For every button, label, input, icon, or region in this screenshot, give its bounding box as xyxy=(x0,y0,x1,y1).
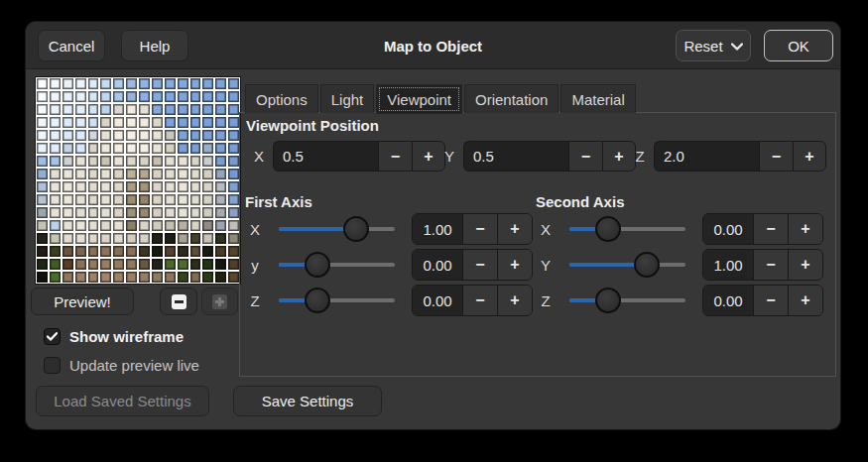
spinner-minus-button[interactable]: − xyxy=(568,141,602,172)
preview-tile xyxy=(36,142,49,155)
spinner-entry-y[interactable]: 0.5 xyxy=(463,141,568,172)
axis-plus-button[interactable]: + xyxy=(497,250,532,280)
spinner-minus-button[interactable]: − xyxy=(759,141,793,172)
axis-plus-button[interactable]: + xyxy=(788,250,822,280)
slider-thumb[interactable] xyxy=(305,252,330,278)
preview-button[interactable]: Preview! xyxy=(31,288,134,315)
preview-tile xyxy=(87,142,100,155)
preview-tile xyxy=(49,232,62,245)
preview-tile xyxy=(112,103,125,116)
tab-viewpoint[interactable]: Viewpoint xyxy=(376,84,462,114)
axis-value-entry[interactable]: 1.00 xyxy=(413,214,462,244)
preview-tile xyxy=(214,180,227,193)
axis-plus-button[interactable]: + xyxy=(788,214,822,244)
cancel-button[interactable]: Cancel xyxy=(38,30,105,61)
axis-plus-button[interactable]: + xyxy=(497,214,532,244)
preview-tile xyxy=(125,271,138,284)
preview-tile xyxy=(151,219,164,232)
preview-tile xyxy=(125,193,138,206)
slider-thumb[interactable] xyxy=(595,288,621,313)
preview-tile xyxy=(112,155,125,168)
preview-tile xyxy=(112,245,125,258)
preview-tile xyxy=(151,168,164,180)
wireframe-preview[interactable] xyxy=(36,77,240,284)
tab-orientation[interactable]: Orientation xyxy=(464,84,558,113)
axis-minus-button[interactable]: − xyxy=(753,214,788,244)
spinner-plus-button[interactable]: + xyxy=(412,141,445,172)
slider-thumb[interactable] xyxy=(343,216,369,242)
preview-tile xyxy=(125,129,138,142)
tab-material[interactable]: Material xyxy=(560,84,635,113)
tab-light[interactable]: Light xyxy=(320,84,375,113)
reset-button[interactable]: Reset xyxy=(676,30,751,61)
preview-tile xyxy=(49,219,62,232)
preview-tile xyxy=(138,271,151,284)
zoom-out-icon xyxy=(172,294,186,309)
reset-button-label: Reset xyxy=(683,38,722,55)
axis-minus-button[interactable]: − xyxy=(753,250,788,280)
axis-value-entry[interactable]: 0.00 xyxy=(703,286,753,315)
axis-minus-button[interactable]: − xyxy=(462,286,497,315)
preview-tile xyxy=(36,219,49,232)
tab-options[interactable]: Options xyxy=(245,84,318,113)
axis-value-entry[interactable]: 0.00 xyxy=(703,214,753,244)
preview-tile xyxy=(74,258,87,271)
preview-tile xyxy=(151,193,164,206)
spinner-plus-button[interactable]: + xyxy=(793,141,826,172)
axis-plus-button[interactable]: + xyxy=(497,286,532,315)
preview-tile xyxy=(125,116,138,129)
preview-tile xyxy=(125,168,138,180)
preview-tile xyxy=(49,103,62,116)
spinner-entry-x[interactable]: 0.5 xyxy=(273,141,378,172)
preview-tile xyxy=(164,206,177,219)
axis-value-entry[interactable]: 0.00 xyxy=(413,250,462,280)
axis-plus-button[interactable]: + xyxy=(788,286,822,315)
axis-minus-button[interactable]: − xyxy=(462,214,497,244)
preview-tile xyxy=(112,77,125,90)
axis-slider-y[interactable] xyxy=(279,250,395,280)
preview-tile xyxy=(62,232,74,245)
preview-tile xyxy=(177,168,189,180)
preview-tile xyxy=(49,180,62,193)
spinner-entry-z[interactable]: 2.0 xyxy=(654,141,759,172)
slider-thumb[interactable] xyxy=(595,216,621,242)
load-saved-settings-button[interactable]: Load Saved Settings xyxy=(36,386,209,416)
spinner-plus-button[interactable]: + xyxy=(602,141,636,172)
preview-tile xyxy=(99,245,112,258)
axis-minus-button[interactable]: − xyxy=(753,286,788,315)
update-preview-checkbox[interactable] xyxy=(44,357,61,374)
preview-tile xyxy=(112,258,125,271)
axis-slider-z[interactable] xyxy=(569,286,685,315)
preview-tile xyxy=(125,206,138,219)
axis-slider-x[interactable] xyxy=(569,214,685,244)
slider-thumb[interactable] xyxy=(305,288,330,313)
help-button[interactable]: Help xyxy=(121,30,188,61)
axis-row-label: y xyxy=(245,257,265,274)
preview-tile xyxy=(74,232,87,245)
preview-tile xyxy=(87,129,100,142)
preview-tile xyxy=(189,271,202,284)
ok-button[interactable]: OK xyxy=(764,30,833,61)
axis-slider-z[interactable] xyxy=(279,286,395,315)
preview-tile xyxy=(177,90,189,103)
show-wireframe-checkbox[interactable] xyxy=(44,328,61,345)
preview-tile xyxy=(36,90,49,103)
preview-tile xyxy=(138,232,151,245)
zoom-out-button[interactable] xyxy=(160,288,197,315)
preview-tile xyxy=(74,116,87,129)
save-settings-button[interactable]: Save Settings xyxy=(233,386,382,416)
preview-tile xyxy=(99,116,112,129)
preview-tile xyxy=(138,142,151,155)
axis-minus-button[interactable]: − xyxy=(462,250,497,280)
spinner-minus-button[interactable]: − xyxy=(378,141,412,172)
axis-slider-y[interactable] xyxy=(569,250,685,280)
axis-value-entry[interactable]: 1.00 xyxy=(703,250,753,280)
slider-thumb[interactable] xyxy=(634,252,660,278)
preview-tile xyxy=(201,168,214,180)
axis-value-entry[interactable]: 0.00 xyxy=(413,286,462,315)
zoom-in-button[interactable] xyxy=(201,288,238,315)
axis-slider-x[interactable] xyxy=(279,214,395,244)
preview-tile xyxy=(177,116,189,129)
preview-tile xyxy=(49,142,62,155)
spinner-label: Z xyxy=(633,148,647,165)
